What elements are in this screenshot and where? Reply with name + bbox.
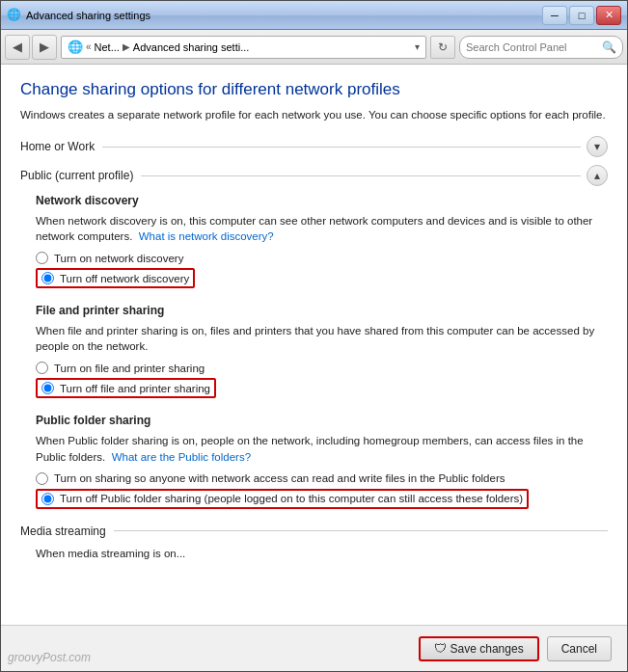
subsection-network-discovery: Network discovery When network discovery… — [36, 194, 608, 292]
nav-buttons: ◀ ▶ — [5, 35, 57, 60]
network-discovery-desc: When network discovery is on, this compu… — [36, 213, 608, 244]
public-folder-desc: When Public folder sharing is on, people… — [36, 433, 608, 464]
section-public-toggle[interactable]: ▴ — [587, 165, 608, 186]
section-home-work-toggle[interactable]: ▾ — [587, 136, 608, 157]
save-icon: 🛡 — [434, 641, 447, 656]
subsection-public-folder: Public folder sharing When Public folder… — [36, 414, 608, 512]
window-title: Advanced sharing settings — [26, 10, 150, 21]
title-bar-left: 🌐 Advanced sharing settings — [7, 8, 150, 23]
window-icon: 🌐 — [7, 8, 22, 23]
path-separator-1: « — [86, 41, 92, 52]
media-desc-partial: When media streaming is on... — [36, 546, 608, 561]
save-changes-button[interactable]: 🛡 Save changes — [419, 636, 539, 661]
network-discovery-link[interactable]: What is network discovery? — [139, 230, 274, 242]
radio-on-printer-label: Turn on file and printer sharing — [54, 363, 205, 374]
save-label: Save changes — [451, 642, 524, 656]
radio-on-folder-input[interactable] — [36, 472, 48, 485]
radio-off-folder-label: Turn off Public folder sharing (people l… — [60, 493, 523, 504]
path-icon: 🌐 — [68, 40, 83, 54]
public-folder-title: Public folder sharing — [36, 414, 608, 427]
page-description: Windows creates a separate network profi… — [20, 107, 608, 122]
section-home-work-title: Home or Work — [20, 140, 95, 153]
radio-off-discovery-input[interactable] — [41, 272, 54, 284]
file-printer-desc: When file and printer sharing is on, fil… — [36, 323, 608, 354]
subsection-file-printer: File and printer sharing When file and p… — [36, 304, 608, 402]
address-bar: ◀ ▶ 🌐 « Net... ▶ Advanced sharing setti.… — [1, 30, 627, 65]
path-part-2: Advanced sharing setti... — [133, 41, 249, 53]
radio-on-discovery-label: Turn on network discovery — [54, 253, 183, 264]
chevron-down-icon: ▾ — [594, 140, 600, 153]
maximize-button[interactable]: □ — [569, 6, 594, 25]
back-button[interactable]: ◀ — [5, 35, 30, 60]
section-line-1 — [102, 147, 581, 148]
watermark: groovyPost.com — [8, 651, 91, 664]
bottom-bar: 🛡 Save changes Cancel — [1, 625, 627, 671]
section-media-streaming[interactable]: Media streaming — [20, 524, 608, 538]
network-discovery-title: Network discovery — [36, 194, 608, 207]
search-box: 🔍 — [459, 36, 623, 59]
section-line-3 — [114, 530, 608, 531]
chevron-up-icon: ▴ — [594, 169, 600, 182]
radio-off-printer-input[interactable] — [41, 382, 54, 394]
radio-on-discovery-input[interactable] — [36, 252, 48, 264]
search-icon: 🔍 — [602, 40, 616, 54]
path-part-1: Net... — [95, 41, 120, 53]
main-window: 🌐 Advanced sharing settings ─ □ ✕ ◀ ▶ 🌐 … — [0, 0, 628, 672]
address-path[interactable]: 🌐 « Net... ▶ Advanced sharing setti... ▾ — [61, 36, 426, 59]
cancel-label: Cancel — [561, 642, 597, 656]
cancel-button[interactable]: Cancel — [547, 636, 612, 661]
content-area: Change sharing options for different net… — [1, 65, 627, 625]
radio-turn-on-folder[interactable]: Turn on sharing so anyone with network a… — [36, 472, 608, 485]
refresh-button[interactable]: ↻ — [430, 36, 455, 59]
section-public[interactable]: Public (current profile) ▴ — [20, 165, 608, 186]
radio-turn-on-discovery[interactable]: Turn on network discovery — [36, 252, 608, 264]
public-folder-link[interactable]: What are the Public folders? — [112, 451, 251, 463]
section-home-work[interactable]: Home or Work ▾ — [20, 136, 608, 157]
radio-off-discovery-label: Turn off network discovery — [60, 273, 189, 284]
radio-on-printer-input[interactable] — [36, 362, 48, 374]
radio-off-printer-label: Turn off file and printer sharing — [60, 383, 210, 394]
section-line-2 — [141, 175, 581, 176]
section-media-title: Media streaming — [20, 524, 106, 538]
radio-turn-off-discovery-highlighted[interactable]: Turn off network discovery — [36, 268, 195, 288]
radio-off-folder-input[interactable] — [41, 493, 54, 505]
subsection-media: When media streaming is on... — [36, 546, 608, 561]
radio-turn-off-printer-highlighted[interactable]: Turn off file and printer sharing — [36, 378, 216, 398]
radio-turn-off-folder-highlighted[interactable]: Turn off Public folder sharing (people l… — [36, 489, 529, 509]
file-printer-title: File and printer sharing — [36, 304, 608, 317]
section-public-title: Public (current profile) — [20, 169, 133, 182]
minimize-button[interactable]: ─ — [542, 6, 567, 25]
close-button[interactable]: ✕ — [596, 6, 621, 25]
forward-button[interactable]: ▶ — [32, 35, 57, 60]
page-title: Change sharing options for different net… — [20, 80, 608, 99]
search-input[interactable] — [466, 41, 598, 53]
path-dropdown-arrow[interactable]: ▾ — [415, 41, 420, 52]
title-bar-controls: ─ □ ✕ — [542, 6, 621, 25]
main-panel: Change sharing options for different net… — [1, 65, 627, 625]
radio-on-folder-label: Turn on sharing so anyone with network a… — [54, 472, 505, 484]
title-bar: 🌐 Advanced sharing settings ─ □ ✕ — [1, 1, 627, 30]
radio-turn-on-printer[interactable]: Turn on file and printer sharing — [36, 362, 608, 374]
path-separator-2: ▶ — [123, 41, 130, 52]
